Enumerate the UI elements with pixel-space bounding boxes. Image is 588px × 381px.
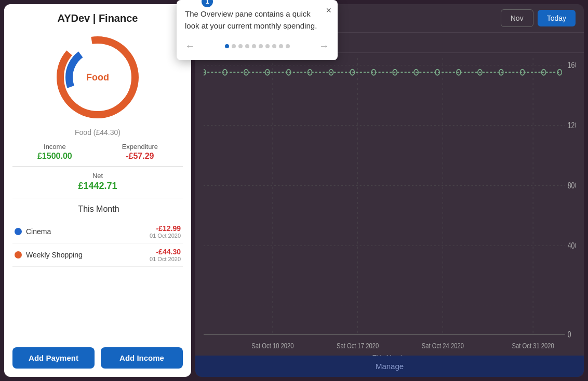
expenditure-label: Expenditure [122,143,158,151]
today-button[interactable]: Today [538,10,576,26]
add-payment-button[interactable]: Add Payment [12,347,95,369]
shopping-dot [15,251,22,258]
cinema-date: 01 Oct 2020 [150,233,181,239]
stats-row: Income £1500.00 Expenditure -£57.29 [12,143,183,167]
popover-dot-5[interactable] [259,44,263,48]
transaction-list: Cinema -£12.99 01 Oct 2020 Weekly Shoppi… [12,220,183,341]
svg-text:800: 800 [568,181,576,190]
svg-text:400: 400 [568,241,576,250]
cinema-right: -£12.99 01 Oct 2020 [150,224,181,239]
manage-bar[interactable]: Manage [195,356,584,377]
this-month-title: This Month [12,205,183,214]
shopping-amount: -£44.30 [156,248,181,256]
popover-dots [225,44,290,48]
shopping-name: Weekly Shopping [26,251,83,259]
popover-dot-4[interactable] [252,44,256,48]
popover-dot-8[interactable] [279,44,283,48]
svg-text:1200: 1200 [568,120,576,130]
transaction-left-2: Weekly Shopping [15,251,83,259]
expenditure-block: Expenditure -£57.29 [122,143,158,161]
button-row: Add Payment Add Income [12,341,183,369]
donut-label: Food [86,72,109,83]
popover-dot-7[interactable] [272,44,276,48]
cinema-name: Cinema [26,227,51,236]
food-subtitle: Food (£44.30) [75,128,121,137]
chart-svg: 1600 1200 800 400 0 [204,58,576,356]
nav-prev-button[interactable]: Nov [501,9,533,27]
cinema-dot [15,228,22,235]
popover-dot-0[interactable] [225,44,229,48]
svg-text:0: 0 [568,330,571,339]
expenditure-value: -£57.29 [126,152,154,161]
chart-area: 1600 1200 800 400 0 [195,53,584,356]
transaction-left: Cinema [15,227,51,236]
popover-close-button[interactable]: × [326,5,331,16]
svg-text:Sat Oct 24 2020: Sat Oct 24 2020 [422,342,464,350]
popover-dot-3[interactable] [245,44,249,48]
app-title: AYDev | Finance [58,12,138,24]
popover-dot-6[interactable] [265,44,270,48]
svg-text:Sat Oct 17 2020: Sat Oct 17 2020 [337,342,379,350]
income-value: £1500.00 [37,152,72,161]
svg-text:→ This Month: → This Month [365,353,404,356]
income-label: Income [44,143,66,151]
net-section: Net £1442.71 [12,172,183,198]
popover-dot-2[interactable] [238,44,243,48]
transaction-shopping[interactable]: Weekly Shopping -£44.30 01 Oct 2020 [12,243,183,267]
shopping-date: 01 Oct 2020 [150,256,181,262]
svg-text:Sat Oct 10 2020: Sat Oct 10 2020 [251,342,293,350]
popover-next-button[interactable]: → [319,40,329,52]
income-block: Income £1500.00 [37,143,72,161]
svg-text:Sat Oct 31 2020: Sat Oct 31 2020 [512,342,554,350]
shopping-right: -£44.30 01 Oct 2020 [150,248,181,262]
add-income-button[interactable]: Add Income [101,347,183,369]
popover-dot-1[interactable] [232,44,236,48]
svg-text:1600: 1600 [568,60,576,70]
left-panel: AYDev | Finance Food Food (£44.30) Incom… [4,4,191,377]
cinema-amount: -£12.99 [156,224,181,233]
notification-badge: 1 [202,0,213,7]
popover-dot-9[interactable] [286,44,290,48]
popover-text: The Overview pane contains a quick look … [185,8,329,32]
net-value: £1442.71 [78,181,117,192]
net-label: Net [92,172,103,180]
donut-chart: Food [51,31,144,124]
popover: 1 × The Overview pane contains a quick l… [177,0,338,60]
transaction-cinema[interactable]: Cinema -£12.99 01 Oct 2020 [12,220,183,243]
popover-prev-button[interactable]: ← [185,40,195,52]
popover-nav: ← → [185,40,329,52]
